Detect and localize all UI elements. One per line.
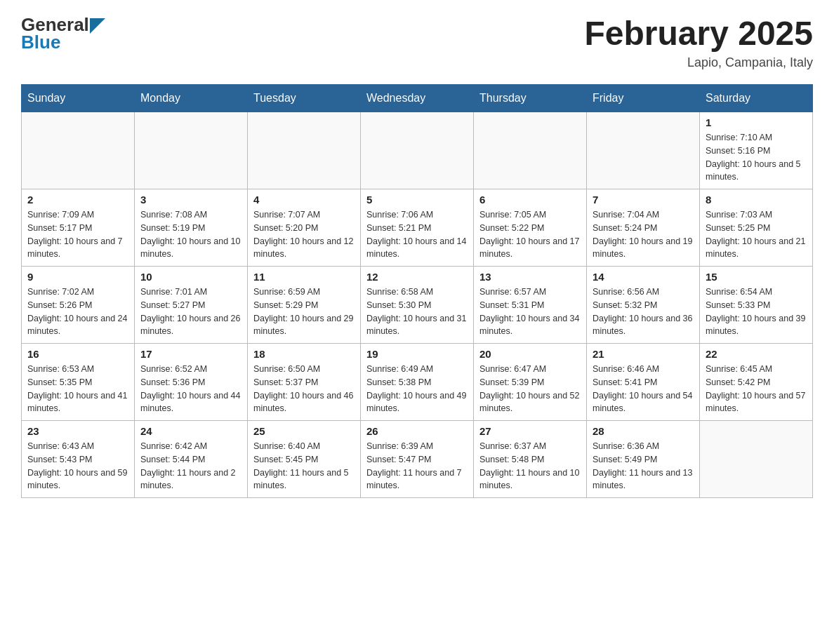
day-number: 3 xyxy=(140,194,241,206)
calendar-cell: 14Sunrise: 6:56 AMSunset: 5:32 PMDayligh… xyxy=(587,267,700,344)
day-number: 20 xyxy=(479,348,581,360)
col-sunday: Sunday xyxy=(22,85,135,112)
page-header: General Blue February 2025 Lapio, Campan… xyxy=(21,14,813,70)
calendar-cell: 27Sunrise: 6:37 AMSunset: 5:48 PMDayligh… xyxy=(474,421,587,498)
day-number: 25 xyxy=(253,425,355,437)
day-info: Sunrise: 7:08 AMSunset: 5:19 PMDaylight:… xyxy=(140,208,241,261)
calendar-cell xyxy=(248,112,361,189)
day-number: 5 xyxy=(366,194,468,206)
week-row-3: 9Sunrise: 7:02 AMSunset: 5:26 PMDaylight… xyxy=(22,267,813,344)
day-info: Sunrise: 6:52 AMSunset: 5:36 PMDaylight:… xyxy=(140,363,241,415)
day-info: Sunrise: 7:07 AMSunset: 5:20 PMDaylight:… xyxy=(253,208,355,261)
day-info: Sunrise: 6:45 AMSunset: 5:42 PMDaylight:… xyxy=(706,363,807,415)
day-info: Sunrise: 6:58 AMSunset: 5:30 PMDaylight:… xyxy=(366,286,468,338)
calendar-cell xyxy=(135,112,248,189)
calendar-cell: 12Sunrise: 6:58 AMSunset: 5:30 PMDayligh… xyxy=(361,267,474,344)
calendar-cell: 19Sunrise: 6:49 AMSunset: 5:38 PMDayligh… xyxy=(361,344,474,421)
day-number: 15 xyxy=(706,271,807,283)
week-row-1: 1Sunrise: 7:10 AMSunset: 5:16 PMDaylight… xyxy=(22,112,813,189)
calendar-cell: 26Sunrise: 6:39 AMSunset: 5:47 PMDayligh… xyxy=(361,421,474,498)
day-number: 18 xyxy=(253,348,355,360)
day-number: 8 xyxy=(706,194,807,206)
calendar-cell: 16Sunrise: 6:53 AMSunset: 5:35 PMDayligh… xyxy=(22,344,135,421)
location: Lapio, Campania, Italy xyxy=(584,55,813,70)
day-info: Sunrise: 6:49 AMSunset: 5:38 PMDaylight:… xyxy=(366,363,468,415)
calendar-cell: 28Sunrise: 6:36 AMSunset: 5:49 PMDayligh… xyxy=(587,421,700,498)
week-row-2: 2Sunrise: 7:09 AMSunset: 5:17 PMDaylight… xyxy=(22,189,813,267)
day-info: Sunrise: 6:39 AMSunset: 5:47 PMDaylight:… xyxy=(366,440,468,492)
calendar-cell: 15Sunrise: 6:54 AMSunset: 5:33 PMDayligh… xyxy=(700,267,813,344)
day-info: Sunrise: 6:37 AMSunset: 5:48 PMDaylight:… xyxy=(479,440,581,492)
calendar-cell xyxy=(474,112,587,189)
logo: General Blue xyxy=(21,14,105,53)
calendar-cell: 18Sunrise: 6:50 AMSunset: 5:37 PMDayligh… xyxy=(248,344,361,421)
day-number: 9 xyxy=(27,271,128,283)
day-number: 4 xyxy=(253,194,355,206)
col-thursday: Thursday xyxy=(474,85,587,112)
calendar-cell: 25Sunrise: 6:40 AMSunset: 5:45 PMDayligh… xyxy=(248,421,361,498)
calendar-header-row: Sunday Monday Tuesday Wednesday Thursday… xyxy=(22,85,813,112)
calendar-cell xyxy=(700,421,813,498)
day-info: Sunrise: 7:05 AMSunset: 5:22 PMDaylight:… xyxy=(479,208,581,261)
title-area: February 2025 Lapio, Campania, Italy xyxy=(584,14,813,70)
calendar-cell: 3Sunrise: 7:08 AMSunset: 5:19 PMDaylight… xyxy=(135,189,248,267)
calendar-cell: 23Sunrise: 6:43 AMSunset: 5:43 PMDayligh… xyxy=(22,421,135,498)
day-info: Sunrise: 7:10 AMSunset: 5:16 PMDaylight:… xyxy=(706,131,807,184)
day-info: Sunrise: 7:03 AMSunset: 5:25 PMDaylight:… xyxy=(706,208,807,261)
day-info: Sunrise: 6:53 AMSunset: 5:35 PMDaylight:… xyxy=(27,363,128,415)
day-number: 28 xyxy=(593,425,694,437)
day-number: 23 xyxy=(27,425,128,437)
day-number: 1 xyxy=(706,116,807,128)
day-info: Sunrise: 6:50 AMSunset: 5:37 PMDaylight:… xyxy=(253,363,355,415)
day-number: 14 xyxy=(593,271,694,283)
calendar-cell: 22Sunrise: 6:45 AMSunset: 5:42 PMDayligh… xyxy=(700,344,813,421)
day-info: Sunrise: 7:01 AMSunset: 5:27 PMDaylight:… xyxy=(140,286,241,338)
day-info: Sunrise: 6:46 AMSunset: 5:41 PMDaylight:… xyxy=(593,363,694,415)
calendar-cell: 4Sunrise: 7:07 AMSunset: 5:20 PMDaylight… xyxy=(248,189,361,267)
calendar-cell: 9Sunrise: 7:02 AMSunset: 5:26 PMDaylight… xyxy=(22,267,135,344)
calendar-cell: 24Sunrise: 6:42 AMSunset: 5:44 PMDayligh… xyxy=(135,421,248,498)
day-number: 2 xyxy=(27,194,128,206)
calendar-cell: 20Sunrise: 6:47 AMSunset: 5:39 PMDayligh… xyxy=(474,344,587,421)
calendar-cell: 8Sunrise: 7:03 AMSunset: 5:25 PMDaylight… xyxy=(700,189,813,267)
day-number: 17 xyxy=(140,348,241,360)
day-number: 21 xyxy=(593,348,694,360)
day-info: Sunrise: 7:09 AMSunset: 5:17 PMDaylight:… xyxy=(27,208,128,261)
day-number: 6 xyxy=(479,194,581,206)
day-info: Sunrise: 6:54 AMSunset: 5:33 PMDaylight:… xyxy=(706,286,807,338)
calendar-cell: 5Sunrise: 7:06 AMSunset: 5:21 PMDaylight… xyxy=(361,189,474,267)
day-number: 10 xyxy=(140,271,241,283)
calendar-cell: 10Sunrise: 7:01 AMSunset: 5:27 PMDayligh… xyxy=(135,267,248,344)
week-row-5: 23Sunrise: 6:43 AMSunset: 5:43 PMDayligh… xyxy=(22,421,813,498)
col-monday: Monday xyxy=(135,85,248,112)
day-info: Sunrise: 6:40 AMSunset: 5:45 PMDaylight:… xyxy=(253,440,355,492)
logo-blue-text: Blue xyxy=(21,32,105,53)
calendar-table: Sunday Monday Tuesday Wednesday Thursday… xyxy=(21,84,813,498)
day-number: 12 xyxy=(366,271,468,283)
col-friday: Friday xyxy=(587,85,700,112)
calendar-cell xyxy=(361,112,474,189)
calendar-cell: 11Sunrise: 6:59 AMSunset: 5:29 PMDayligh… xyxy=(248,267,361,344)
day-number: 19 xyxy=(366,348,468,360)
day-info: Sunrise: 6:36 AMSunset: 5:49 PMDaylight:… xyxy=(593,440,694,492)
day-number: 11 xyxy=(253,271,355,283)
day-info: Sunrise: 6:59 AMSunset: 5:29 PMDaylight:… xyxy=(253,286,355,338)
day-info: Sunrise: 6:57 AMSunset: 5:31 PMDaylight:… xyxy=(479,286,581,338)
week-row-4: 16Sunrise: 6:53 AMSunset: 5:35 PMDayligh… xyxy=(22,344,813,421)
day-number: 16 xyxy=(27,348,128,360)
calendar-cell xyxy=(22,112,135,189)
day-number: 13 xyxy=(479,271,581,283)
calendar-cell: 13Sunrise: 6:57 AMSunset: 5:31 PMDayligh… xyxy=(474,267,587,344)
month-title: February 2025 xyxy=(584,14,813,53)
calendar-cell: 6Sunrise: 7:05 AMSunset: 5:22 PMDaylight… xyxy=(474,189,587,267)
col-tuesday: Tuesday xyxy=(248,85,361,112)
day-info: Sunrise: 7:04 AMSunset: 5:24 PMDaylight:… xyxy=(593,208,694,261)
day-number: 24 xyxy=(140,425,241,437)
day-number: 27 xyxy=(479,425,581,437)
calendar-cell xyxy=(587,112,700,189)
calendar-cell: 1Sunrise: 7:10 AMSunset: 5:16 PMDaylight… xyxy=(700,112,813,189)
day-info: Sunrise: 6:42 AMSunset: 5:44 PMDaylight:… xyxy=(140,440,241,492)
calendar-cell: 17Sunrise: 6:52 AMSunset: 5:36 PMDayligh… xyxy=(135,344,248,421)
day-info: Sunrise: 6:43 AMSunset: 5:43 PMDaylight:… xyxy=(27,440,128,492)
col-wednesday: Wednesday xyxy=(361,85,474,112)
